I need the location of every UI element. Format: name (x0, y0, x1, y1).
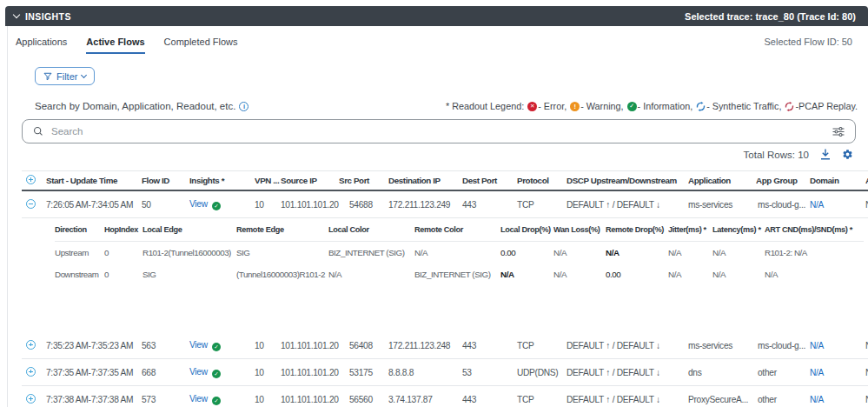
col-dscp[interactable]: DSCP Upstream/Downstream (567, 176, 688, 185)
cell-protocol: UDP(DNS) (517, 368, 567, 377)
expanded-flow-details: Direction HopIndex Local Edge Remote Edg… (55, 218, 864, 285)
search-icon (33, 126, 43, 137)
details-header-row: Direction HopIndex Local Edge Remote Edg… (55, 218, 864, 242)
expand-row-icon[interactable] (26, 340, 36, 350)
expanded-area-spacer (22, 285, 868, 332)
selected-flow-id-label: Selected Flow ID: 50 (765, 37, 853, 47)
cell-dest-port: 443 (462, 395, 517, 404)
cell-flow-id: 563 (142, 341, 189, 350)
cell-domain[interactable]: N/A (810, 395, 864, 404)
cell-dscp: DEFAULT ↑ / DEFAULT ↓ (567, 395, 688, 404)
cell-app-group: ms-cloud-g... (756, 200, 810, 210)
readout-legend: * Readout Legend: - Error, - Warning, - … (446, 101, 858, 111)
expand-all-icon[interactable] (26, 175, 36, 184)
tab-applications[interactable]: Applications (16, 37, 67, 54)
information-icon (627, 102, 637, 111)
tab-bar: Applications Active Flows Completed Flow… (16, 37, 238, 54)
error-icon (527, 102, 537, 111)
panel-title: INSIGHTS (25, 11, 71, 22)
col-destination-ip[interactable]: Destination IP (388, 176, 462, 185)
selected-trace-label: Selected trace: trace_80 (Trace Id: 80) (685, 11, 856, 22)
cell-app-group: other (756, 395, 810, 404)
search-input[interactable] (51, 126, 825, 137)
panel-left-border (7, 26, 8, 407)
col-remote-edge: Remote Edge (236, 225, 328, 234)
chevron-down-icon (81, 72, 87, 78)
total-rows-label: Total Rows: 10 (744, 150, 809, 160)
col-src-port[interactable]: Src Port (339, 176, 388, 185)
col-dest-port[interactable]: Dest Port (462, 176, 517, 185)
synthetic-traffic-icon (696, 102, 706, 111)
legend-prefix: * Readout Legend: (446, 101, 524, 111)
search-box (22, 119, 856, 143)
view-insights-link[interactable]: View (189, 340, 208, 350)
cell-app-group: other (756, 368, 810, 377)
expand-row-icon[interactable] (26, 394, 36, 404)
col-direction: Direction (55, 225, 104, 234)
cell-application: ProxySecureA... (688, 395, 756, 404)
info-icon[interactable] (239, 102, 248, 111)
cell-domain[interactable]: N/A (810, 200, 864, 210)
view-insights-link[interactable]: View (189, 199, 208, 209)
col-local-edge: Local Edge (142, 225, 236, 234)
cell-dscp: DEFAULT ↑ / DEFAULT ↓ (567, 200, 688, 210)
cell-protocol: TCP (517, 200, 567, 210)
tab-completed-flows[interactable]: Completed Flows (164, 37, 238, 54)
cell-domain[interactable]: N/A (810, 368, 864, 377)
search-settings-icon[interactable] (832, 127, 845, 137)
cell-domain[interactable]: N/A (810, 341, 864, 350)
collapse-chevron-icon[interactable] (13, 11, 20, 18)
col-hop-index: HopIndex (104, 225, 142, 234)
details-row-upstream: Upstream 0 R101-2(Tunnel16000003) SIG BI… (55, 242, 864, 264)
cell-src-port: 54688 (339, 200, 388, 210)
view-insights-link[interactable]: View (189, 367, 208, 377)
cell-vpn: 10 (255, 341, 281, 350)
col-start-update-time[interactable]: Start - Update Time (46, 176, 142, 185)
cell-vpn: 10 (255, 395, 281, 404)
col-art: ART CND(ms)/SND(ms) * (765, 225, 864, 234)
table-row[interactable]: 7:35:23 AM-7:35:23 AM 563 View 10 101.10… (22, 332, 868, 359)
view-insights-link[interactable]: View (189, 394, 208, 404)
col-clipped: A (864, 176, 868, 185)
col-source-ip[interactable]: Source IP (281, 176, 339, 185)
cell-clipped: N (864, 341, 868, 350)
cell-src-port: 53175 (339, 368, 388, 377)
pcap-replay-icon (785, 102, 794, 111)
download-icon[interactable] (820, 149, 831, 160)
table-row[interactable]: 7:37:35 AM-7:37:35 AM 668 View 10 101.10… (22, 359, 868, 386)
information-check-icon (212, 397, 221, 405)
col-protocol[interactable]: Protocol (517, 176, 567, 185)
cell-source-ip: 101.101.101.20 (281, 368, 339, 377)
col-jitter: Jitter(ms) * (668, 225, 712, 234)
cell-dest-ip: 172.211.123.249 (388, 200, 462, 210)
cell-flow-id: 573 (142, 395, 189, 404)
cell-time: 7:37:35 AM-7:37:35 AM (46, 368, 142, 377)
insights-header-bar: INSIGHTS Selected trace: trace_80 (Trace… (5, 6, 868, 26)
col-flow-id[interactable]: Flow ID (142, 176, 189, 185)
cell-protocol: TCP (517, 395, 567, 404)
cell-source-ip: 101.101.101.20 (281, 200, 339, 210)
cell-dest-ip: 3.74.137.87 (388, 395, 462, 404)
table-row[interactable]: 7:26:05 AM-7:34:05 AM 50 View 10 101.101… (22, 191, 868, 218)
details-row-downstream: Downstream 0 SIG (Tunnel16000003)R101-2 … (55, 264, 864, 285)
cell-application: dns (688, 368, 756, 377)
collapse-row-icon[interactable] (26, 199, 36, 209)
col-app-group[interactable]: App Group (756, 176, 810, 185)
tab-active-flows[interactable]: Active Flows (86, 37, 144, 54)
col-wan-loss: Wan Loss(%) (553, 225, 606, 234)
col-insights[interactable]: Insights * (189, 176, 255, 185)
col-remote-color: Remote Color (414, 225, 500, 234)
col-vpn[interactable]: VPN ... (255, 176, 281, 185)
gear-icon[interactable] (842, 149, 853, 160)
filter-button[interactable]: Filter (35, 67, 95, 85)
cell-vpn: 10 (255, 368, 281, 377)
cell-flow-id: 50 (142, 200, 189, 210)
cell-dest-ip: 8.8.8.8 (388, 368, 462, 377)
search-hint: Search by Domain, Application, Readout, … (35, 101, 248, 111)
information-check-icon (212, 370, 221, 378)
col-application[interactable]: Application (688, 176, 756, 185)
expand-row-icon[interactable] (26, 367, 36, 377)
col-domain[interactable]: Domain (810, 176, 864, 185)
cell-src-port: 56560 (339, 395, 388, 404)
table-row[interactable]: 7:37:38 AM-7:37:38 AM 573 View 10 101.10… (22, 386, 868, 407)
